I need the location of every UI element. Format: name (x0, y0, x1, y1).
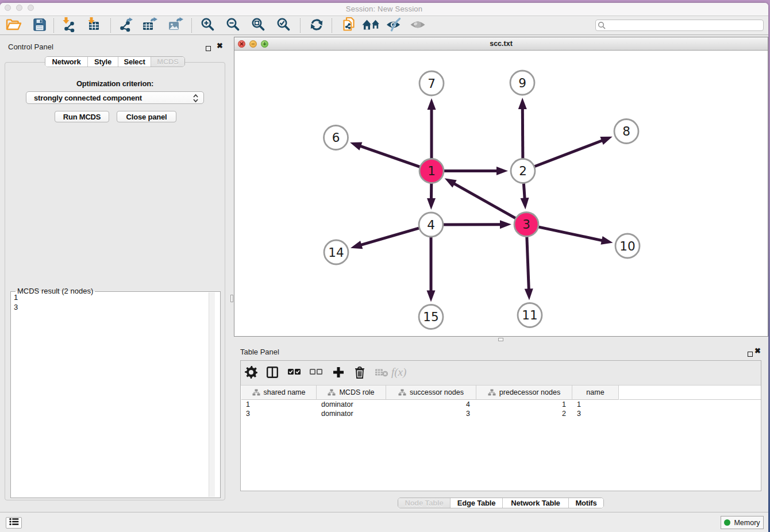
graph-node-6[interactable]: 6 (324, 126, 348, 150)
toggle-columns-button[interactable] (264, 365, 280, 381)
vertical-splitter[interactable] (230, 35, 234, 512)
zoom-fit-button[interactable] (249, 18, 267, 33)
graph-node-label: 11 (522, 308, 537, 322)
tab-network[interactable]: Network (45, 57, 88, 67)
graph-node-10[interactable]: 10 (615, 234, 640, 258)
tab-motifs[interactable]: Motifs (569, 498, 603, 508)
network-snapshot-button[interactable] (340, 18, 357, 33)
mcds-result-box: MCDS result (2 nodes) 13 (10, 291, 221, 498)
save-session-button[interactable] (31, 18, 48, 33)
optimization-criterion-label: Optimization criterion: (5, 79, 225, 88)
column-header-shared-name[interactable]: shared name (241, 385, 317, 400)
network-canvas[interactable]: 1234678910111415 (234, 51, 768, 337)
graph-edge[interactable] (360, 146, 420, 167)
graph-edge-arrowhead (428, 98, 436, 110)
export-image-button[interactable] (167, 18, 184, 33)
panel-list-button[interactable] (6, 517, 22, 529)
zoom-in-button[interactable] (199, 18, 216, 33)
home-button[interactable] (363, 18, 380, 33)
memory-button[interactable]: Memory (721, 516, 764, 529)
graph-node-1[interactable]: 1 (419, 159, 444, 183)
titlebar: Session: New Session (0, 3, 768, 16)
list-icon (9, 518, 19, 528)
table-cell[interactable]: 1 (241, 400, 317, 409)
horizontal-splitter-handle[interactable] (498, 338, 503, 341)
checked-boxes-icon (287, 368, 301, 379)
tab-select[interactable]: Select (118, 57, 151, 67)
show-panel-button[interactable] (409, 18, 426, 33)
table-header: shared nameMCDS rolesuccessor nodesprede… (241, 385, 761, 400)
graph-edge[interactable] (523, 183, 525, 199)
horizontal-splitter[interactable] (234, 337, 768, 343)
export-table-button[interactable] (141, 18, 159, 33)
table-cell[interactable]: 3 (386, 409, 476, 418)
org-chart-icon (328, 389, 336, 396)
table-row[interactable]: 3dominator323 (241, 409, 761, 418)
result-scrollbar[interactable] (209, 292, 215, 497)
graph-node-2[interactable]: 2 (511, 159, 535, 183)
tab-mcds[interactable]: MCDS (151, 57, 184, 67)
graph-node-15[interactable]: 15 (419, 305, 443, 329)
table-cell[interactable]: dominator (317, 409, 386, 418)
tab-style[interactable]: Style (88, 57, 118, 67)
table-panel-close-icon[interactable]: ✖ (754, 348, 761, 354)
tab-edge-table[interactable]: Edge Table (451, 498, 503, 508)
graph-node-11[interactable]: 11 (518, 303, 542, 327)
table-cell[interactable]: 3 (241, 409, 317, 418)
graph-edge[interactable] (534, 140, 603, 167)
deselect-all-button[interactable] (308, 365, 324, 381)
tab-node-table[interactable]: Node Table (398, 498, 451, 508)
delete-column-button[interactable] (352, 365, 368, 381)
main-toolbar (0, 16, 768, 35)
table-toolbar: f(x) (241, 361, 761, 385)
table-settings-button[interactable] (243, 365, 259, 381)
table-cell[interactable]: 1 (476, 400, 572, 409)
table-panel-float-icon[interactable] (748, 349, 753, 359)
export-network-button[interactable] (117, 18, 134, 33)
graph-node-8[interactable]: 8 (614, 119, 638, 144)
graph-node-4[interactable]: 4 (419, 213, 443, 237)
vertical-splitter-handle[interactable] (230, 295, 233, 302)
graph-edge[interactable] (527, 236, 529, 290)
graph-node-3[interactable]: 3 (514, 213, 538, 237)
zoom-out-button[interactable] (224, 18, 241, 33)
graph-edge[interactable] (522, 108, 523, 159)
table-cell[interactable]: dominator (317, 400, 386, 409)
table-cell[interactable]: 1 (572, 400, 619, 409)
table-row[interactable]: 1dominator411 (241, 400, 761, 409)
table-panel: Table Panel ✖ f(x) shared nameMCDS roles… (234, 343, 768, 512)
table-cell[interactable]: 4 (386, 400, 476, 409)
zoom-selected-button[interactable] (275, 18, 292, 33)
column-header-predecessor-nodes[interactable]: predecessor nodes (476, 385, 572, 400)
zoom-selected-icon (276, 17, 291, 34)
graph-node-9[interactable]: 9 (510, 71, 534, 95)
import-network-button[interactable] (60, 18, 77, 33)
graph-edge[interactable] (538, 227, 603, 241)
graph-node-7[interactable]: 7 (419, 71, 444, 95)
table-cell[interactable]: 2 (476, 409, 572, 418)
mcds-result-title: MCDS result (2 nodes) (16, 287, 95, 295)
table-cell[interactable]: 3 (572, 409, 619, 418)
hide-panel-button[interactable] (386, 18, 403, 33)
refresh-button[interactable] (308, 18, 325, 33)
chevron-updown-icon (192, 94, 199, 105)
column-header-MCDS-role[interactable]: MCDS role (317, 385, 386, 400)
control-panel-close-icon[interactable]: ✖ (217, 43, 223, 49)
import-table-button[interactable] (85, 18, 102, 33)
column-header-name[interactable]: name (572, 385, 619, 400)
control-panel-float-icon[interactable] (206, 43, 211, 53)
run-mcds-button[interactable]: Run MCDS (55, 111, 109, 122)
add-column-button[interactable] (330, 365, 346, 381)
criterion-dropdown[interactable]: strongly connected component (26, 91, 204, 104)
select-all-button[interactable] (286, 365, 302, 381)
graph-node-14[interactable]: 14 (324, 240, 348, 264)
open-session-button[interactable] (5, 18, 22, 33)
tab-network-table[interactable]: Network Table (503, 498, 569, 508)
graph-edge[interactable] (453, 183, 515, 218)
column-header-successor-nodes[interactable]: successor nodes (386, 385, 476, 400)
close-panel-button[interactable]: Close panel (117, 111, 176, 122)
network-window-titlebar[interactable]: ✕ − + scc.txt (234, 37, 768, 51)
column-header-empty (619, 385, 761, 400)
graph-edge[interactable] (360, 228, 419, 245)
search-input[interactable] (595, 20, 764, 31)
